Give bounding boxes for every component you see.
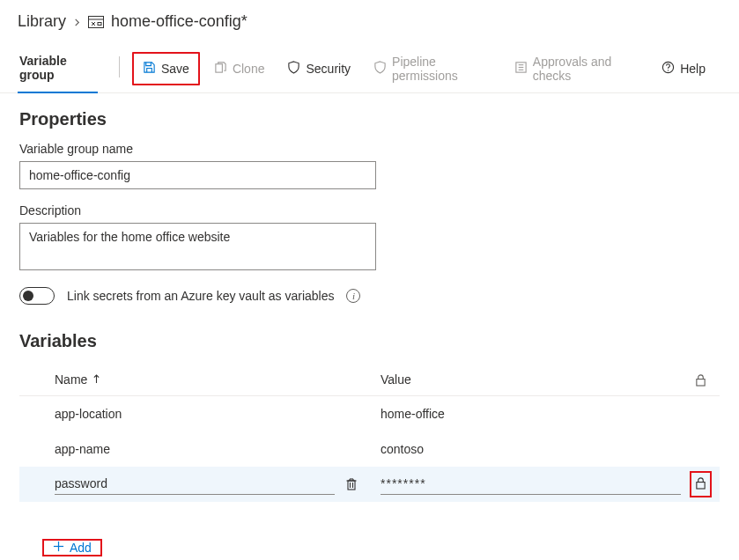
svg-rect-4 xyxy=(98,22,101,25)
save-label: Save xyxy=(161,62,189,76)
variable-group-icon xyxy=(88,16,104,28)
lock-icon xyxy=(695,373,706,387)
properties-section: Properties Variable group name Descripti… xyxy=(0,93,739,305)
lock-highlight xyxy=(690,471,712,497)
variable-name[interactable]: app-name xyxy=(55,438,381,460)
svg-rect-21 xyxy=(696,482,704,488)
approvals-checks-button: Approvals and checks xyxy=(507,49,646,88)
column-lock xyxy=(681,373,720,387)
plus-icon xyxy=(53,541,64,555)
svg-rect-14 xyxy=(348,481,355,490)
link-secrets-toggle[interactable] xyxy=(19,287,55,305)
description-label: Description xyxy=(19,203,720,217)
table-header: Name Value xyxy=(19,367,720,396)
breadcrumb-library-link[interactable]: Library xyxy=(18,12,66,31)
add-highlight: Add xyxy=(42,539,102,556)
properties-heading: Properties xyxy=(19,109,720,129)
svg-point-11 xyxy=(668,70,669,70)
save-icon xyxy=(143,61,156,77)
table-row[interactable]: app-location home-office xyxy=(19,396,720,431)
svg-rect-13 xyxy=(696,379,704,385)
column-name[interactable]: Name xyxy=(55,372,381,387)
variable-value[interactable]: contoso xyxy=(381,438,681,460)
variable-value[interactable]: home-office xyxy=(381,403,681,424)
clone-button: Clone xyxy=(207,55,272,82)
variable-name[interactable]: password xyxy=(55,473,381,495)
variables-section: Variables Name Value app-location home-o… xyxy=(0,305,739,560)
tab-variable-group[interactable]: Variable group xyxy=(18,45,98,92)
approvals-checks-label: Approvals and checks xyxy=(533,55,639,83)
security-label: Security xyxy=(306,62,351,76)
variable-group-name-label: Variable group name xyxy=(19,142,720,156)
lock-toggle[interactable] xyxy=(695,478,706,492)
help-label: Help xyxy=(680,62,706,76)
breadcrumb: Library home-office-config* xyxy=(0,0,739,40)
help-button[interactable]: Help xyxy=(654,55,713,82)
page-title: home-office-config* xyxy=(111,12,248,31)
pipeline-permissions-button: Pipeline permissions xyxy=(366,49,499,88)
lock-icon xyxy=(695,476,706,490)
shield-icon xyxy=(373,61,387,77)
table-row[interactable]: app-name contoso xyxy=(19,431,720,467)
toggle-knob xyxy=(23,291,33,301)
description-input[interactable] xyxy=(19,223,376,270)
shield-icon xyxy=(287,61,300,77)
variable-name[interactable]: app-location xyxy=(55,403,381,424)
add-button[interactable]: Add xyxy=(44,535,100,560)
variable-value[interactable]: ******** xyxy=(381,473,681,495)
clone-icon xyxy=(214,61,227,77)
chevron-right-icon xyxy=(73,15,81,29)
save-highlight: Save xyxy=(132,52,200,85)
sort-asc-icon xyxy=(92,372,100,387)
security-button[interactable]: Security xyxy=(280,55,358,82)
svg-rect-5 xyxy=(216,64,223,72)
checklist-icon xyxy=(514,61,528,77)
clone-label: Clone xyxy=(233,62,265,76)
add-label: Add xyxy=(70,541,92,555)
info-icon[interactable]: i xyxy=(346,289,360,303)
trash-icon[interactable] xyxy=(345,477,358,491)
table-row[interactable]: password ******** xyxy=(19,467,720,502)
variables-heading: Variables xyxy=(19,331,720,351)
pipeline-permissions-label: Pipeline permissions xyxy=(392,55,491,83)
column-value[interactable]: Value xyxy=(381,372,681,387)
help-icon xyxy=(661,61,675,77)
save-button[interactable]: Save xyxy=(136,55,196,82)
toolbar: Variable group Save Clone Security Pipel… xyxy=(0,40,739,93)
link-secrets-label: Link secrets from an Azure key vault as … xyxy=(67,289,334,303)
toolbar-divider xyxy=(119,56,120,77)
variables-table: Name Value app-location home-office app-… xyxy=(19,367,720,502)
variable-group-name-input[interactable] xyxy=(19,161,376,189)
